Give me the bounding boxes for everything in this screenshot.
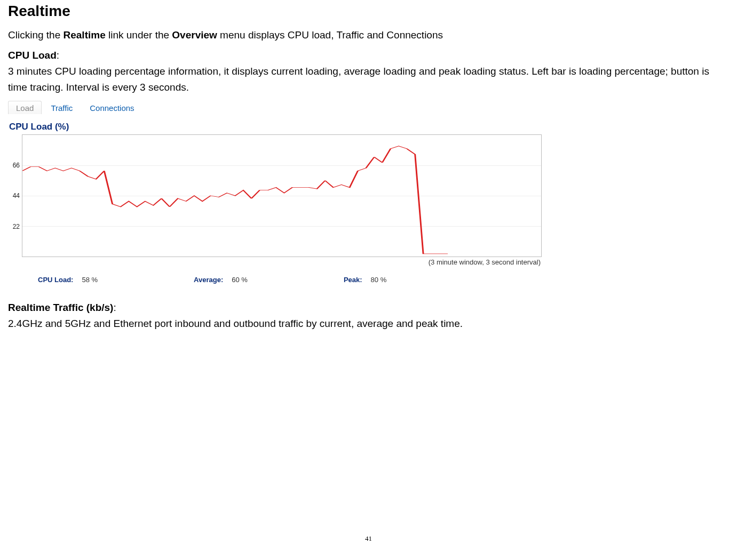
chart-series-svg <box>22 135 541 257</box>
intro-bold-realtime: Realtime <box>64 29 106 41</box>
y-tick: 44 <box>13 192 20 199</box>
intro-text: menu displays CPU load, Traffic and Conn… <box>217 29 443 41</box>
chart-stats: CPU Load:58 % Average:60 % Peak:80 % <box>38 276 542 284</box>
realtime-traffic-heading: Realtime Traffic (kb/s): <box>8 302 726 314</box>
intro-bold-overview: Overview <box>172 29 217 41</box>
stat-cpu-value: 58 % <box>82 276 98 284</box>
section-title: Realtime <box>8 3 726 20</box>
intro-paragraph: Clicking the Realtime link under the Ove… <box>8 28 726 43</box>
intro-text: Clicking the <box>8 29 64 41</box>
tab-load[interactable]: Load <box>8 101 42 114</box>
heading-colon: : <box>113 302 116 313</box>
tab-connections[interactable]: Connections <box>82 101 142 114</box>
realtime-traffic-heading-bold: Realtime Traffic (kb/s) <box>8 302 113 313</box>
stat-avg-value: 60 % <box>232 276 248 284</box>
chart-window-note: (3 minute window, 3 second interval) <box>8 258 542 266</box>
realtime-traffic-desc: 2.4GHz and 5GHz and Ethernet port inboun… <box>8 316 726 332</box>
intro-text: link under the <box>106 29 172 41</box>
chart-plot <box>22 134 542 257</box>
stat-peak-label: Peak: <box>344 276 362 284</box>
cpu-load-heading-bold: CPU Load <box>8 50 57 61</box>
chart-title: CPU Load (%) <box>9 122 542 132</box>
stat-average: Average:60 % <box>194 276 248 284</box>
tab-traffic[interactable]: Traffic <box>43 101 81 114</box>
chart-area: 66 44 22 <box>8 134 542 257</box>
y-tick: 22 <box>13 223 20 230</box>
heading-colon: : <box>57 50 59 61</box>
cpu-load-heading: CPU Load: <box>8 50 726 61</box>
y-tick: 66 <box>13 162 20 169</box>
cpu-load-line <box>22 146 448 254</box>
stat-avg-label: Average: <box>194 276 223 284</box>
stat-cpu: CPU Load:58 % <box>38 276 98 284</box>
stat-cpu-label: CPU Load: <box>38 276 73 284</box>
stat-peak: Peak:80 % <box>344 276 386 284</box>
cpu-load-desc: 3 minutes CPU loading percentage informa… <box>8 63 726 96</box>
chart-tabs: Load Traffic Connections <box>8 101 542 114</box>
y-axis: 66 44 22 <box>8 134 22 257</box>
stat-peak-value: 80 % <box>371 276 387 284</box>
cpu-load-figure: Load Traffic Connections CPU Load (%) 66… <box>8 101 542 284</box>
